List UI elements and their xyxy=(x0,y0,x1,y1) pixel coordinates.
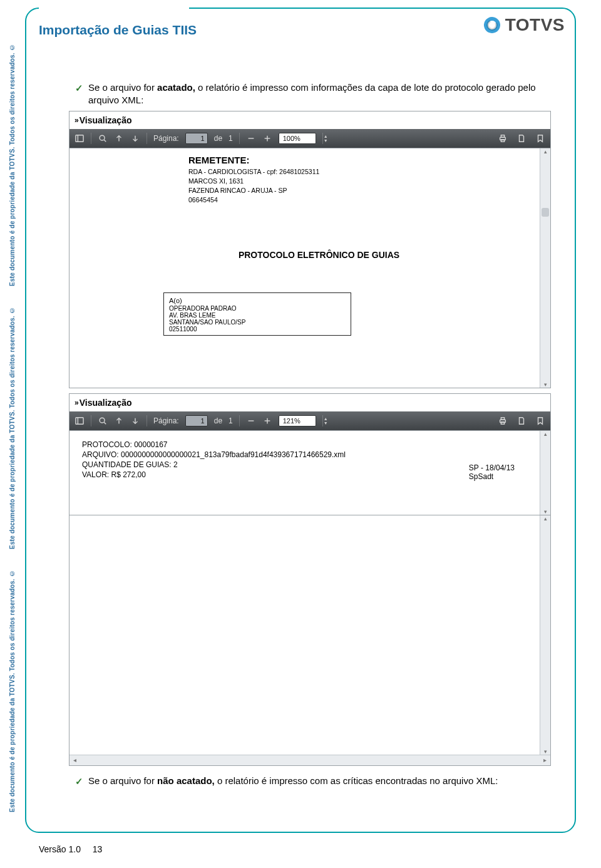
page-total: 1 xyxy=(229,416,233,425)
watermark-text: Este documento é de propriedade da TOTVS… xyxy=(9,307,16,549)
report-viewer-2: » Visualização Página: 1 de 1 121% ▲▼ xyxy=(69,393,551,515)
qtd-guias-line: QUANTIDADE DE GUIAS: 2 xyxy=(82,460,528,470)
tipo: SpSadt xyxy=(469,472,515,481)
watermark-text: Este documento é de propriedade da TOTVS… xyxy=(9,44,16,286)
svg-point-12 xyxy=(100,418,105,423)
page-title: Importação de Guias TIIS xyxy=(39,23,197,38)
viewer-toolbar: Página: 1 de 1 100% ▲▼ xyxy=(69,129,550,148)
viewer-header: » Visualização xyxy=(69,394,550,411)
print-icon[interactable] xyxy=(498,133,508,143)
bullet-nao-acatado: ✓ Se o arquivo for não acatado, o relató… xyxy=(75,775,551,788)
zoom-out-icon[interactable] xyxy=(246,133,256,143)
svg-rect-0 xyxy=(76,135,83,142)
bullet-acatado: ✓ Se o arquivo for acatado, o relatório … xyxy=(75,81,551,107)
page-icon[interactable] xyxy=(516,133,527,143)
watermark-text: Este documento é de propriedade da TOTVS… xyxy=(9,570,16,812)
zoom-stepper[interactable]: ▲▼ xyxy=(322,415,329,426)
zoom-field[interactable]: 100% xyxy=(279,133,316,144)
zoom-field[interactable]: 121% xyxy=(279,415,316,426)
zoom-in-icon[interactable] xyxy=(262,416,272,426)
arquivo-line: ARQUIVO: 0000000000000000021_813a79fbada… xyxy=(82,450,528,460)
sidebar-toggle-icon[interactable] xyxy=(74,133,85,143)
vertical-scrollbar[interactable]: ▴▾ xyxy=(540,148,550,388)
vertical-scrollbar[interactable]: ▴▾ xyxy=(540,515,550,755)
search-icon[interactable] xyxy=(98,133,108,143)
logo-icon xyxy=(481,15,502,36)
chevron-right-icon: » xyxy=(74,398,77,407)
zoom-out-icon[interactable] xyxy=(246,416,256,426)
logo-text: TOTVS xyxy=(505,15,565,35)
bookmark-icon[interactable] xyxy=(535,133,545,143)
viewer-toolbar: Página: 1 de 1 121% ▲▼ xyxy=(69,411,550,430)
bookmark-icon[interactable] xyxy=(535,416,545,426)
footer-page: 13 xyxy=(93,844,103,854)
vertical-scrollbar[interactable]: ▴▾ xyxy=(540,431,550,515)
horizontal-scrollbar[interactable]: ◂▸ xyxy=(69,755,550,765)
page-input[interactable]: 1 xyxy=(185,415,208,426)
footer-version: Versão 1.0 xyxy=(39,844,81,854)
viewer-body: REMETENTE: RDA - CARDIOLOGISTA - cpf: 26… xyxy=(69,148,550,388)
sidebar-toggle-icon[interactable] xyxy=(74,416,85,426)
protocolo-line: PROTOCOLO: 00000167 xyxy=(82,440,528,450)
svg-line-3 xyxy=(104,140,106,142)
zoom-stepper[interactable]: ▲▼ xyxy=(322,133,329,144)
chevron-right-icon: » xyxy=(74,116,77,125)
viewer-body-continuation: ▴▾ ◂▸ xyxy=(69,515,551,766)
svg-rect-19 xyxy=(501,421,504,424)
viewer-header: » Visualização xyxy=(69,111,550,129)
arrow-up-icon[interactable] xyxy=(114,416,124,426)
zoom-in-icon[interactable] xyxy=(262,133,272,143)
arrow-down-icon[interactable] xyxy=(130,133,140,143)
search-icon[interactable] xyxy=(98,416,108,426)
svg-line-13 xyxy=(104,422,106,424)
page-total: 1 xyxy=(229,134,233,143)
svg-rect-8 xyxy=(501,135,504,137)
remetente-heading: REMETENTE: xyxy=(188,155,531,165)
viewer-body: PROTOCOLO: 00000167 ARQUIVO: 00000000000… xyxy=(69,430,550,515)
check-icon: ✓ xyxy=(75,81,83,95)
local-date: SP - 18/04/13 xyxy=(469,463,515,472)
valor-line: VALOR: R$ 272,00 xyxy=(82,470,528,480)
svg-rect-18 xyxy=(501,417,504,420)
arrow-down-icon[interactable] xyxy=(130,416,140,426)
svg-point-2 xyxy=(100,135,105,140)
check-icon: ✓ xyxy=(75,775,83,788)
address-box: A(o) OPERADORA PADRAO AV. BRAS LEME SANT… xyxy=(163,292,351,336)
svg-rect-10 xyxy=(76,417,83,424)
arrow-up-icon[interactable] xyxy=(114,133,124,143)
page-label: Página: xyxy=(153,416,179,425)
svg-rect-9 xyxy=(501,139,504,142)
page-input[interactable]: 1 xyxy=(185,133,208,144)
report-viewer-1: » Visualização Página: 1 de 1 100% ▲▼ xyxy=(69,111,551,388)
totvs-logo: TOTVS xyxy=(484,15,565,35)
page-icon[interactable] xyxy=(516,416,527,426)
page-label: Página: xyxy=(153,134,179,143)
protocolo-heading: PROTOCOLO ELETRÔNICO DE GUIAS xyxy=(107,250,531,260)
print-icon[interactable] xyxy=(498,416,508,426)
